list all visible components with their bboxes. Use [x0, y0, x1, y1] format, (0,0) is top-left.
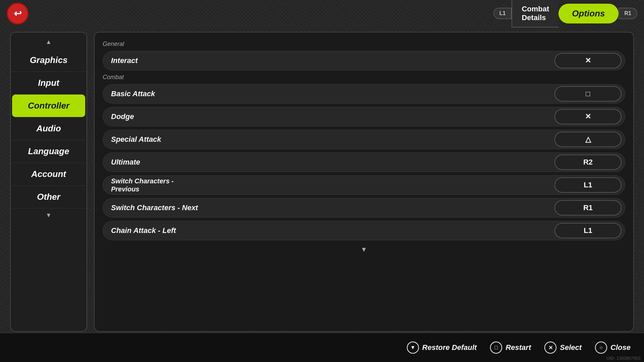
key-symbol-basic-attack: □	[586, 89, 590, 98]
binding-name-basic-attack: Basic Attack	[111, 89, 554, 98]
binding-key-special-attack[interactable]: △	[554, 132, 622, 147]
sidebar-item-account[interactable]: Account	[11, 163, 87, 186]
binding-key-chain-left[interactable]: L1	[554, 223, 622, 238]
sidebar-scroll-down[interactable]: ▼	[11, 208, 87, 222]
uid-text: UID: 1300807902	[606, 356, 641, 361]
close-icon: ○	[595, 342, 607, 354]
binding-row-ultimate[interactable]: Ultimate R2	[103, 153, 625, 172]
sidebar-scroll-up[interactable]: ▲	[11, 35, 87, 49]
binding-name-switch-next: Switch Characters - Next	[111, 203, 554, 212]
key-symbol-chain-left: L1	[584, 226, 592, 235]
back-button[interactable]: ↩	[7, 3, 29, 24]
top-bar: ↩ L1 CombatDetails Options R1	[0, 0, 644, 27]
tab-r1-label: R1	[619, 8, 637, 19]
key-symbol-switch-prev: L1	[584, 181, 592, 189]
restore-icon: ▼	[407, 342, 419, 354]
section-label-combat: Combat	[103, 74, 625, 81]
binding-key-basic-attack[interactable]: □	[554, 86, 622, 102]
top-tabs: L1 CombatDetails Options R1	[493, 0, 637, 27]
panel-scroll-down[interactable]: ▼	[103, 244, 625, 253]
chevron-down-icon: ▼	[46, 212, 52, 219]
restart-label: Restart	[505, 343, 531, 352]
binding-row-switch-prev[interactable]: Switch Characters -Previous L1	[103, 175, 625, 195]
sidebar-item-audio[interactable]: Audio	[11, 117, 87, 140]
close-action[interactable]: ○ Close	[595, 342, 631, 354]
binding-key-interact[interactable]: ✕	[554, 53, 622, 68]
right-panel: General Interact ✕ Combat Basic Attack □…	[94, 32, 634, 332]
select-icon: ✕	[544, 342, 556, 354]
restart-action[interactable]: □ Restart	[490, 342, 531, 354]
select-action[interactable]: ✕ Select	[544, 342, 582, 354]
restart-icon: □	[490, 342, 502, 354]
key-symbol-interact: ✕	[585, 56, 591, 65]
binding-key-switch-prev[interactable]: L1	[554, 177, 622, 193]
binding-name-special-attack: Special Attack	[111, 135, 554, 144]
binding-row-basic-attack[interactable]: Basic Attack □	[103, 84, 625, 104]
sidebar: ▲ Graphics Input Controller Audio Langua…	[10, 32, 87, 332]
binding-row-interact[interactable]: Interact ✕	[103, 51, 625, 70]
main-content: ▲ Graphics Input Controller Audio Langua…	[10, 32, 634, 332]
binding-name-chain-left: Chain Attack - Left	[111, 226, 554, 235]
key-symbol-dodge: ✕	[585, 112, 591, 121]
binding-row-chain-left[interactable]: Chain Attack - Left L1	[103, 221, 625, 240]
tab-l1-label: L1	[493, 8, 512, 19]
select-label: Select	[560, 343, 582, 352]
binding-name-switch-prev: Switch Characters -Previous	[111, 177, 554, 193]
sidebar-item-controller[interactable]: Controller	[12, 95, 85, 117]
binding-name-ultimate: Ultimate	[111, 158, 554, 167]
back-icon: ↩	[14, 8, 21, 19]
restore-default-action[interactable]: ▼ Restore Default	[407, 342, 477, 354]
binding-name-interact: Interact	[111, 56, 554, 65]
binding-row-special-attack[interactable]: Special Attack △	[103, 130, 625, 149]
sidebar-item-language[interactable]: Language	[11, 140, 87, 163]
key-symbol-special-attack: △	[585, 135, 591, 144]
binding-row-switch-next[interactable]: Switch Characters - Next R1	[103, 198, 625, 218]
sidebar-item-input[interactable]: Input	[11, 72, 87, 95]
close-label: Close	[610, 343, 631, 352]
chevron-down-icon: ▼	[361, 246, 367, 253]
binding-row-dodge[interactable]: Dodge ✕	[103, 107, 625, 126]
tab-options[interactable]: Options	[558, 4, 618, 23]
bottom-bar: ▼ Restore Default □ Restart ✕ Select ○ C…	[0, 333, 644, 362]
chevron-up-icon: ▲	[46, 39, 52, 46]
binding-key-ultimate[interactable]: R2	[554, 155, 622, 170]
section-label-general: General	[103, 41, 625, 48]
binding-name-dodge: Dodge	[111, 112, 554, 121]
key-symbol-ultimate: R2	[583, 158, 593, 167]
binding-key-dodge[interactable]: ✕	[554, 109, 622, 124]
key-symbol-switch-next: R1	[583, 203, 593, 212]
binding-key-switch-next[interactable]: R1	[554, 200, 622, 216]
sidebar-item-graphics[interactable]: Graphics	[11, 49, 87, 72]
tab-combat-details[interactable]: CombatDetails	[512, 0, 558, 27]
restore-label: Restore Default	[422, 343, 477, 352]
sidebar-item-other[interactable]: Other	[11, 186, 87, 208]
